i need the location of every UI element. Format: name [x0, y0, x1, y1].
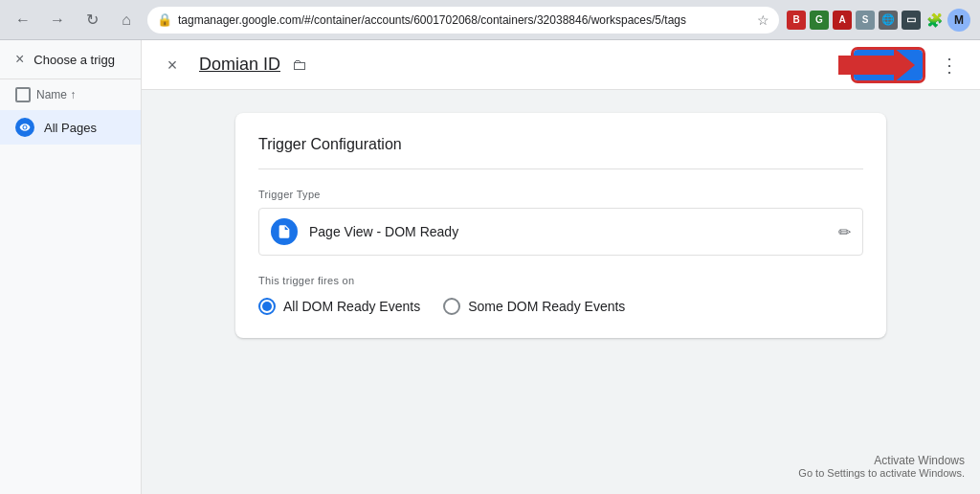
bookmark-icon: ☆ — [757, 12, 769, 28]
trigger-type-label: Trigger Type — [258, 189, 863, 200]
watermark-title: Activate Windows — [798, 454, 965, 467]
browser-chrome: ← → ↻ ⌂ 🔒 tagmanager.google.com/#/contai… — [0, 0, 980, 40]
home-button[interactable]: ⌂ — [113, 7, 140, 34]
sidebar-header: × Choose a trigg — [0, 40, 141, 79]
svg-rect-0 — [838, 56, 894, 75]
ext-red2-icon[interactable]: A — [833, 11, 852, 30]
url-text: tagmanager.google.com/#/container/accoun… — [178, 13, 751, 27]
trigger-type-row[interactable]: Page View - DOM Ready ✏ — [258, 208, 863, 256]
trigger-type-icon — [271, 218, 298, 245]
sort-checkbox[interactable] — [15, 87, 31, 102]
trigger-type-name: Page View - DOM Ready — [309, 224, 838, 239]
activate-windows-watermark: Activate Windows Go to Settings to activ… — [798, 454, 965, 479]
fires-on-label: This trigger fires on — [258, 275, 863, 286]
main-layout: × Choose a trigg Name ↑ All Pages × Domi… — [0, 40, 980, 494]
ext-globe-icon[interactable]: 🌐 — [879, 11, 898, 30]
toolbar-title: Domian ID — [199, 55, 280, 75]
back-button[interactable]: ← — [10, 7, 36, 34]
trigger-card: Trigger Configuration Trigger Type Page … — [235, 113, 886, 338]
all-pages-icon — [15, 118, 34, 137]
forward-button[interactable]: → — [44, 7, 71, 34]
radio-group: All DOM Ready Events Some DOM Ready Even… — [258, 298, 863, 315]
ext-green-icon[interactable]: G — [810, 11, 829, 30]
left-sidebar: × Choose a trigg Name ↑ All Pages — [0, 40, 142, 494]
ext-gray-icon[interactable]: S — [856, 11, 875, 30]
sort-label: Name ↑ — [36, 88, 76, 101]
radio-all-circle[interactable] — [258, 298, 276, 315]
content-area: Trigger Configuration Trigger Type Page … — [142, 90, 980, 494]
radio-option-some[interactable]: Some DOM Ready Events — [443, 298, 625, 315]
sidebar-sort-row[interactable]: Name ↑ — [0, 79, 141, 110]
browser-actions: B G A S 🌐 ▭ 🧩 M — [787, 9, 970, 32]
top-toolbar: × Domian ID 🗀 Save ⋮ — [142, 40, 980, 90]
ext-red-icon[interactable]: B — [787, 11, 806, 30]
sidebar-item-all-pages[interactable]: All Pages — [0, 110, 141, 145]
ext-rect-icon[interactable]: ▭ — [902, 11, 921, 30]
radio-all-label: All DOM Ready Events — [283, 299, 420, 314]
address-bar[interactable]: 🔒 tagmanager.google.com/#/container/acco… — [147, 7, 779, 34]
edit-icon[interactable]: ✏ — [838, 223, 851, 241]
user-avatar[interactable]: M — [947, 9, 970, 32]
lock-icon: 🔒 — [157, 12, 172, 27]
watermark-subtitle: Go to Settings to activate Windows. — [798, 467, 965, 479]
radio-option-all[interactable]: All DOM Ready Events — [258, 298, 420, 315]
radio-some-circle[interactable] — [443, 298, 460, 315]
ext-puzzle-icon[interactable]: 🧩 — [924, 11, 944, 30]
right-panel: × Domian ID 🗀 Save ⋮ Trigger Configurati… — [142, 40, 980, 494]
sidebar-item-label: All Pages — [44, 121, 97, 135]
more-options-button[interactable]: ⋮ — [934, 50, 965, 80]
toolbar-close-button[interactable]: × — [157, 50, 188, 80]
red-arrow-annotation — [838, 48, 915, 86]
radio-some-label: Some DOM Ready Events — [468, 299, 625, 314]
sidebar-title: Choose a trigg — [33, 53, 115, 67]
toolbar-folder-button[interactable]: 🗀 — [292, 56, 307, 74]
svg-marker-1 — [894, 48, 915, 82]
card-title: Trigger Configuration — [258, 136, 863, 169]
sidebar-close-button[interactable]: × — [15, 52, 24, 67]
reload-button[interactable]: ↻ — [78, 7, 105, 34]
